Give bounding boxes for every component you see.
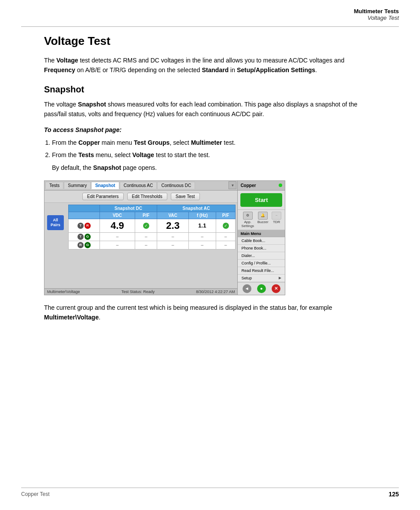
tab-bar: Tests Summary Snapshot Continuous AC Con… [44,181,237,191]
side-header: Copper [238,181,285,191]
data-table-wrapper: Snapshot DC Snapshot AC VDC P/F VAC f (H… [66,203,237,288]
menu-item-phone-book[interactable]: Phone Book... [238,245,285,252]
menu-item-read-result[interactable]: Read Result File... [238,267,285,275]
pf2-dash-rg: – [225,242,227,247]
tab-tests[interactable]: Tests [45,182,63,189]
buzzer-label: Buzzer [258,220,269,224]
step-2: From the Tests menu, select Voltage test… [52,150,356,172]
bold-snapshot: Snapshot [78,101,106,108]
status-path: Multimeter\Voltage [47,290,80,294]
step-1: From the Copper main menu Test Groups, s… [52,138,356,147]
circle-r-icon: R [85,223,91,229]
tab-extra-icon[interactable]: ▼ [228,181,236,189]
fhz-cell-rg: – [189,241,216,249]
circle-t2-icon: T [77,234,84,240]
bold-setup: Setup/Application Settings [237,66,315,73]
pair-cell-rg: R G [69,241,100,249]
pair-cell-tg: T G [69,232,100,241]
pf2-dash-tg: – [225,234,227,239]
snapshot-dc-header: Snapshot DC [99,205,157,212]
fhz-dash-tg: – [201,234,204,239]
circle-r2-icon: R [77,242,84,248]
page-footer: Copper Test 125 [21,488,399,498]
tab-continuous-ac[interactable]: Continuous AC [120,182,157,189]
device-screenshot: Tests Summary Snapshot Continuous AC Con… [44,180,285,295]
fhz-cell-tr: 1.1 [189,219,216,232]
edit-thresholds-button[interactable]: Edit Thresholds [127,193,167,200]
menu-item-setup[interactable]: Setup ▶ [238,275,285,282]
page-title: Voltage Test [44,34,399,48]
menu-item-cable-book[interactable]: Cable Book... [238,237,285,245]
vac-dash-tg: – [172,234,174,239]
tab-summary[interactable]: Summary [64,182,91,189]
fhz-cell-tg: – [189,232,216,241]
bold-copper: Copper [78,139,100,146]
bold-multimeter: Multimeter [191,139,222,146]
bold-frequency: Frequency [44,66,75,73]
start-button[interactable]: Start [240,193,282,207]
pf2-cell-rg: – [216,241,236,249]
menu-item-dialer[interactable]: Dialer... [238,252,285,260]
table-row-tg: T G – – – – – [69,232,236,241]
pair-icons-tg: T G [70,234,98,240]
tab-snapshot[interactable]: Snapshot [91,182,119,189]
close-button[interactable]: ✕ [272,284,280,293]
circle-g-icon: G [85,234,91,240]
main-content: Voltage Test The Voltage test detects AC… [44,34,399,331]
menu-label-cable-book: Cable Book... [241,238,265,243]
table-row-rg: R G – – – – – [69,241,236,249]
pair-cell-tr: T R [69,219,100,232]
circle-g2-icon: G [85,242,91,248]
vdc-cell-tg: – [99,232,135,241]
connection-dot [279,183,282,187]
footer-left-label: Copper Test [21,491,49,497]
snapshot-ac-header: Snapshot AC [157,205,236,212]
vdc-dash-rg: – [116,242,119,247]
vac-header: VAC [157,212,189,219]
group-header-row: Snapshot DC Snapshot AC [69,205,236,212]
save-test-button[interactable]: Save Test [171,193,200,200]
access-title: To access Snapshot page: [44,126,399,133]
pf2-check-tr: ✓ [223,223,229,229]
all-pairs-column: All Pairs [44,203,66,288]
back-button[interactable]: ◄ [243,284,251,293]
pf1-cell-tg: – [135,232,157,241]
pair-col-header [69,212,100,219]
vdc-value-tr: 4.9 [111,220,124,231]
pair-col-empty [69,205,100,212]
menu-item-config-profile[interactable]: Config / Profile... [238,260,285,267]
circle-t-icon: T [77,223,84,229]
menu-label-read-result: Read Result File... [241,268,274,273]
device-main-panel: Tests Summary Snapshot Continuous AC Con… [44,181,237,295]
vac-cell-tg: – [157,232,189,241]
vdc-cell-tr: 4.9 [99,219,135,232]
steps-list: From the Copper main menu Test Groups, s… [52,138,399,172]
pf1-header: P/F [135,212,157,219]
all-pairs-button[interactable]: All Pairs [47,215,64,230]
app-settings-icon[interactable]: ⚙ [243,212,253,220]
pf1-dash-rg: – [145,242,147,247]
tdr-icon-item: ~ TDR [272,212,281,228]
menu-label-config-profile: Config / Profile... [241,261,271,265]
setup-arrow-icon: ▶ [279,276,281,280]
ok-button[interactable]: ● [257,284,266,293]
tdr-icon[interactable]: ~ [272,212,281,220]
status-time: 8/30/2012 4:22:27 AM [196,290,235,294]
buzzer-icon[interactable]: 🔔 [258,212,268,220]
edit-parameters-button[interactable]: Edit Parameters [82,193,124,200]
table-row-tr: T R 4.9 ✓ [69,219,236,232]
side-icons: ⚙ App. Settings 🔔 Buzzer ~ TDR [238,209,285,230]
device-content-area: All Pairs Snapshot DC Snapshot AC [44,203,237,288]
col-header-row: VDC P/F VAC f (Hz) P/F [69,212,236,219]
pf2-header: P/F [216,212,236,219]
app-settings-label: App. [244,220,251,224]
toolbar: Edit Parameters Edit Thresholds Save Tes… [44,191,237,203]
pair-icons-rg: R G [70,242,98,248]
bold-test-groups: Test Groups [134,139,169,146]
bold-voltage: Voltage [133,151,155,158]
header-rule [21,26,399,27]
tdr-label: TDR [273,220,280,224]
fhz-value-tr: 1.1 [198,222,206,229]
tab-continuous-dc[interactable]: Continuous DC [157,182,195,189]
menu-label-dialer: Dialer... [241,253,255,258]
